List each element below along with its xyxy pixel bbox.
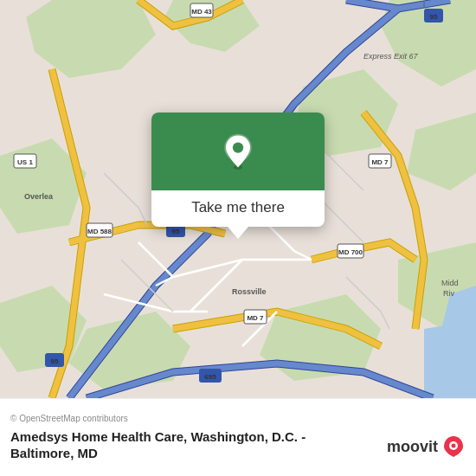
svg-text:MD 7: MD 7	[371, 158, 389, 166]
moovit-pin-icon	[441, 434, 466, 459]
svg-text:MD 43: MD 43	[191, 8, 212, 16]
popup-card: Take me there	[151, 113, 325, 227]
svg-text:Midd: Midd	[441, 279, 459, 287]
take-me-there-button[interactable]: Take me there	[177, 190, 299, 216]
svg-text:Rossville: Rossville	[232, 287, 267, 296]
map-container: 95 I 95 95 695 MD 43 US 1 MD 588 MD 7 MD…	[0, 0, 476, 398]
svg-text:MD 7: MD 7	[247, 314, 264, 322]
moovit-brand-text: moovit	[387, 438, 438, 456]
svg-text:US 1: US 1	[17, 158, 33, 166]
svg-text:MD 588: MD 588	[87, 228, 113, 235]
popup-tail	[228, 227, 248, 239]
moovit-logo: moovit	[387, 434, 466, 459]
svg-text:695: 695	[204, 373, 216, 381]
copyright-text: © OpenStreetMap contributors	[10, 414, 466, 423]
location-pin-icon	[219, 132, 257, 170]
svg-point-42	[233, 142, 243, 152]
svg-text:95: 95	[430, 13, 438, 21]
popup-map-header	[151, 113, 325, 190]
bottom-bar: © OpenStreetMap contributors Amedsys Hom…	[0, 398, 476, 476]
svg-text:Riv: Riv	[443, 289, 454, 298]
svg-marker-11	[424, 320, 476, 398]
svg-point-44	[452, 444, 456, 448]
svg-text:Express Exit 67: Express Exit 67	[363, 52, 419, 61]
svg-text:MD 700: MD 700	[338, 248, 363, 256]
svg-text:Overlea: Overlea	[24, 192, 54, 201]
svg-text:I: I	[423, 0, 426, 9]
svg-text:95: 95	[51, 357, 59, 365]
svg-text:95: 95	[172, 228, 180, 235]
